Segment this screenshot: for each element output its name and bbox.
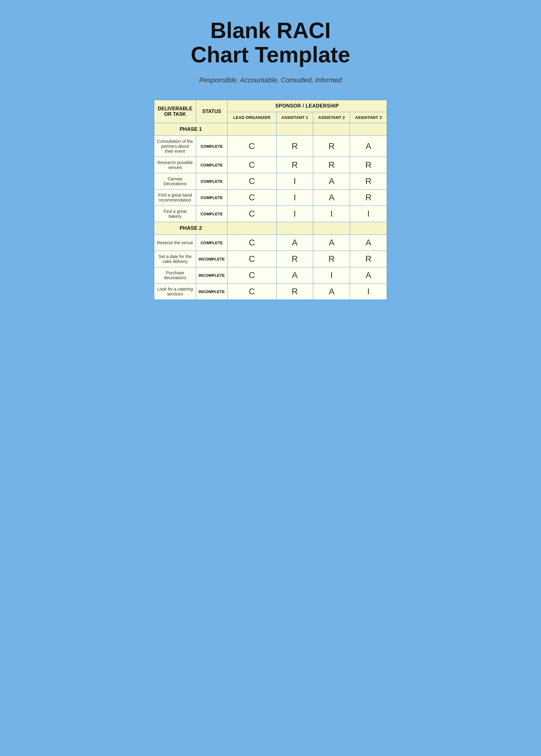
a2-raci: R	[313, 157, 350, 173]
a2-raci: I	[313, 206, 350, 222]
a1-raci: I	[276, 206, 313, 222]
status-cell: COMPLETE	[196, 157, 227, 173]
header-assistant3: ASSISTANT 3	[350, 112, 387, 123]
a1-raci: I	[276, 173, 313, 189]
lead-raci: C	[228, 284, 276, 300]
task-name: Consultation of the partners about their…	[154, 136, 196, 157]
table-row: Look for a catering services INCOMPLETE …	[154, 284, 387, 300]
status-cell: COMPLETE	[196, 206, 227, 222]
lead-raci: C	[228, 235, 276, 251]
status-cell: COMPLETE	[196, 173, 227, 189]
table-row: Purchase decorations INCOMPLETE C A I A	[154, 267, 387, 284]
task-name: Find a great bakery	[154, 206, 196, 222]
a3-raci: R	[350, 157, 387, 173]
a1-raci: R	[276, 136, 313, 157]
a2-raci: A	[313, 173, 350, 189]
phase1-label: PHASE 1	[154, 123, 228, 136]
status-cell: INCOMPLETE	[196, 267, 227, 284]
raci-table: DELIVERABLE OR TASK STATUS SPONSOR / LEA…	[154, 100, 387, 300]
a1-raci: A	[276, 267, 313, 284]
a2-raci: A	[313, 189, 350, 206]
lead-raci: C	[228, 157, 276, 173]
a2-raci: R	[313, 251, 350, 267]
status-cell: COMPLETE	[196, 235, 227, 251]
status-cell: INCOMPLETE	[196, 284, 227, 300]
phase2-label: PHASE 2	[154, 222, 228, 235]
page-subtitle: Responsible, Accountable, Consulted, Inf…	[199, 76, 342, 84]
header-assistant1: ASSISTANT 1	[276, 112, 313, 123]
header-lead-organizer: LEAD ORGANIZER	[228, 112, 276, 123]
page-container: Blank RACI Chart Template Responsible, A…	[154, 18, 387, 300]
table-row: Reserve the venue COMPLETE C A A A	[154, 235, 387, 251]
task-name: Reserve the venue	[154, 235, 196, 251]
a1-raci: R	[276, 251, 313, 267]
a3-raci: R	[350, 189, 387, 206]
page-title: Blank RACI Chart Template	[191, 18, 350, 67]
phase2-row: PHASE 2	[154, 222, 387, 235]
a3-raci: A	[350, 136, 387, 157]
phase1-row: PHASE 1	[154, 123, 387, 136]
a2-raci: I	[313, 267, 350, 284]
table-row: Find a great bakery COMPLETE C I I I	[154, 206, 387, 222]
a3-raci: A	[350, 267, 387, 284]
a3-raci: A	[350, 235, 387, 251]
table-row: Set a date for the cake delivery INCOMPL…	[154, 251, 387, 267]
task-name: Purchase decorations	[154, 267, 196, 284]
a3-raci: I	[350, 206, 387, 222]
a2-raci: A	[313, 235, 350, 251]
task-name: Canvas Decorations	[154, 173, 196, 189]
a2-raci: A	[313, 284, 350, 300]
table-row: Consultation of the partners about their…	[154, 136, 387, 157]
status-cell: INCOMPLETE	[196, 251, 227, 267]
lead-raci: C	[228, 173, 276, 189]
lead-raci: C	[228, 136, 276, 157]
status-cell: COMPLETE	[196, 189, 227, 206]
table-row: Research possible venues COMPLETE C R R …	[154, 157, 387, 173]
lead-raci: C	[228, 251, 276, 267]
a1-raci: R	[276, 284, 313, 300]
a1-raci: R	[276, 157, 313, 173]
header-assistant2: ASSISTANT 2	[313, 112, 350, 123]
a3-raci: R	[350, 173, 387, 189]
task-name: Find a great band recommendation	[154, 189, 196, 206]
lead-raci: C	[228, 206, 276, 222]
table-row: Find a great band recommendation COMPLET…	[154, 189, 387, 206]
a1-raci: A	[276, 235, 313, 251]
lead-raci: C	[228, 189, 276, 206]
task-name: Set a date for the cake delivery	[154, 251, 196, 267]
header-status: STATUS	[196, 100, 227, 123]
status-cell: COMPLETE	[196, 136, 227, 157]
lead-raci: C	[228, 267, 276, 284]
a3-raci: R	[350, 251, 387, 267]
task-name: Research possible venues	[154, 157, 196, 173]
table-row: Canvas Decorations COMPLETE C I A R	[154, 173, 387, 189]
header-deliverable: DELIVERABLE OR TASK	[154, 100, 196, 123]
a3-raci: I	[350, 284, 387, 300]
task-name: Look for a catering services	[154, 284, 196, 300]
a2-raci: R	[313, 136, 350, 157]
header-sponsor: SPONSOR / LEADERSHIP	[228, 100, 387, 112]
a1-raci: I	[276, 189, 313, 206]
